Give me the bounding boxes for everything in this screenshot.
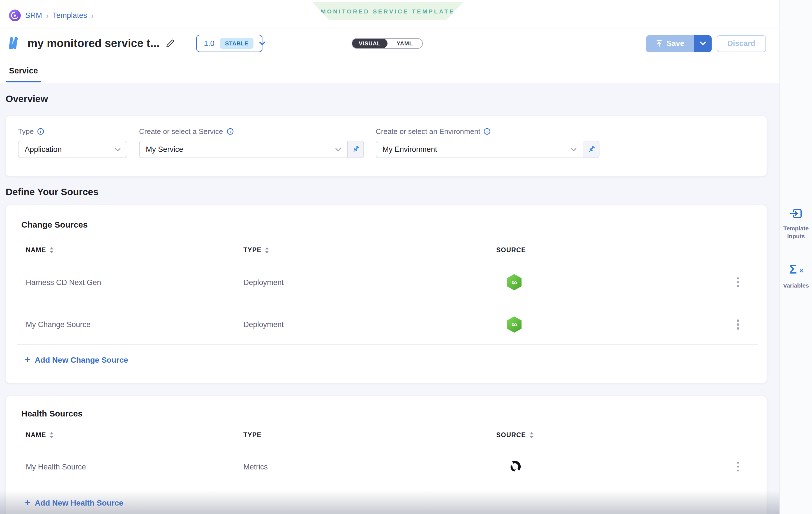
- overview-heading: Overview: [6, 94, 48, 105]
- type-select[interactable]: Application: [18, 141, 127, 158]
- breadcrumb-separator: ›: [46, 11, 49, 20]
- row-menu-button[interactable]: [732, 458, 744, 475]
- row-type: Metrics: [243, 462, 268, 471]
- toggle-yaml[interactable]: YAML: [387, 39, 422, 48]
- harness-cd-icon: ∞: [507, 316, 522, 333]
- breadcrumb-separator: ›: [91, 11, 93, 20]
- info-icon[interactable]: [37, 128, 44, 135]
- table-row[interactable]: My Health Source Metrics: [6, 449, 766, 484]
- version-stable-chip: STABLE: [220, 38, 254, 49]
- variables-button[interactable]: Σ× Variables: [780, 265, 812, 290]
- pin-icon: [351, 145, 360, 154]
- sort-icon: [50, 247, 54, 253]
- type-select-value: Application: [25, 145, 62, 154]
- overview-card: Type Application: [5, 116, 767, 177]
- content-area: Overview Type Application: [0, 83, 780, 514]
- row-menu-button[interactable]: [732, 274, 744, 291]
- column-header-name-label: NAME: [26, 432, 46, 438]
- appdynamics-icon: [508, 460, 521, 473]
- template-type-badge: MONITORED SERVICE TEMPLATE: [312, 2, 463, 20]
- table-row[interactable]: Harness CD Next Gen Deployment ∞: [6, 260, 766, 304]
- row-type: Deployment: [243, 278, 284, 286]
- toggle-visual[interactable]: VISUAL: [352, 39, 387, 48]
- edit-title-button[interactable]: [165, 39, 175, 48]
- template-type-badge-label: MONITORED SERVICE TEMPLATE: [321, 7, 455, 14]
- field-type: Type Application: [18, 127, 127, 176]
- mode-toggle: VISUAL YAML: [352, 38, 423, 49]
- main-column: SRM › Templates › MONITORED SERVICE TEMP…: [0, 0, 780, 514]
- upload-icon: [655, 40, 663, 47]
- tab-service[interactable]: Service: [9, 58, 38, 83]
- title-bar: my monitored service t... 1.0 STABLE VIS…: [0, 29, 780, 58]
- chevron-down-icon: [700, 41, 706, 46]
- chevron-down-icon: [115, 148, 121, 151]
- page-top-border: [0, 2, 780, 2]
- health-sources-heading: Health Sources: [21, 409, 82, 418]
- breadcrumb-link-templates[interactable]: Templates: [52, 11, 87, 20]
- template-inputs-icon: [789, 206, 803, 221]
- plus-icon: +: [25, 355, 30, 364]
- column-header-name[interactable]: NAME: [26, 247, 54, 253]
- column-header-name-label: NAME: [26, 247, 46, 253]
- discard-button[interactable]: Discard: [717, 35, 766, 52]
- pin-icon: [587, 145, 595, 154]
- column-header-name[interactable]: NAME: [26, 432, 54, 438]
- environment-select-value: My Environment: [382, 145, 437, 154]
- service-select[interactable]: My Service: [139, 141, 348, 158]
- template-inputs-button[interactable]: Template Inputs: [780, 206, 812, 240]
- page-title: my monitored service t...: [27, 37, 160, 50]
- app-window: SRM › Templates › MONITORED SERVICE TEMP…: [0, 0, 812, 514]
- info-icon[interactable]: [484, 128, 491, 135]
- version-number: 1.0: [204, 39, 214, 48]
- add-change-source-button[interactable]: + Add New Change Source: [25, 355, 128, 364]
- service-select-value: My Service: [146, 145, 183, 154]
- bottom-scroll-shadow: [0, 490, 780, 514]
- tab-bar: Service: [0, 58, 780, 83]
- sort-icon: [50, 432, 54, 438]
- change-sources-card: Change Sources NAME TYPE SOURCE Ha: [5, 205, 767, 384]
- service-pin-button[interactable]: [348, 141, 364, 158]
- pencil-icon: [165, 39, 175, 48]
- sort-icon: [265, 247, 269, 253]
- row-divider: [17, 484, 758, 484]
- field-environment-label: Create or select an Environment: [376, 127, 480, 135]
- chevron-down-icon: [335, 148, 341, 151]
- row-name: My Change Source: [26, 320, 91, 329]
- environment-select[interactable]: My Environment: [376, 141, 583, 158]
- harness-cd-icon: ∞: [507, 274, 522, 290]
- add-change-source-label: Add New Change Source: [35, 355, 128, 364]
- save-button[interactable]: Save: [646, 35, 694, 52]
- template-inputs-label: Template Inputs: [781, 225, 811, 240]
- field-environment: Create or select an Environment My Envir…: [376, 127, 600, 176]
- column-header-source: SOURCE: [496, 247, 526, 253]
- breadcrumb-link-srm[interactable]: SRM: [25, 11, 42, 20]
- field-service: Create or select a Service My Service: [139, 127, 364, 176]
- table-row[interactable]: My Change Source Deployment ∞: [6, 304, 766, 345]
- chevron-down-icon: [259, 41, 265, 46]
- column-header-source[interactable]: SOURCE: [496, 432, 534, 438]
- tab-service-label: Service: [9, 66, 38, 75]
- environment-pin-button[interactable]: [583, 141, 600, 158]
- save-options-button[interactable]: [694, 35, 712, 52]
- field-type-label: Type: [18, 127, 34, 135]
- save-button-label: Save: [666, 39, 684, 48]
- template-icon: [9, 36, 23, 51]
- change-sources-heading: Change Sources: [21, 220, 88, 229]
- info-icon[interactable]: [226, 128, 234, 135]
- variables-icon: Σ×: [789, 265, 803, 278]
- row-menu-button[interactable]: [732, 316, 744, 333]
- column-header-source-label: SOURCE: [496, 432, 526, 438]
- column-header-type-label: TYPE: [243, 432, 262, 438]
- active-tab-underline: [6, 81, 41, 82]
- right-sidebar: Template Inputs Σ× Variables: [780, 0, 812, 514]
- version-selector[interactable]: 1.0 STABLE: [196, 35, 262, 52]
- column-header-source-label: SOURCE: [496, 247, 526, 253]
- column-header-type[interactable]: TYPE: [243, 247, 269, 253]
- row-type: Deployment: [243, 320, 284, 329]
- chevron-down-icon: [571, 148, 577, 151]
- header-actions: Save Discard: [646, 35, 766, 52]
- row-name: Harness CD Next Gen: [26, 278, 101, 286]
- column-header-type-label: TYPE: [243, 247, 262, 253]
- column-header-type: TYPE: [243, 432, 262, 438]
- row-divider: [17, 344, 758, 345]
